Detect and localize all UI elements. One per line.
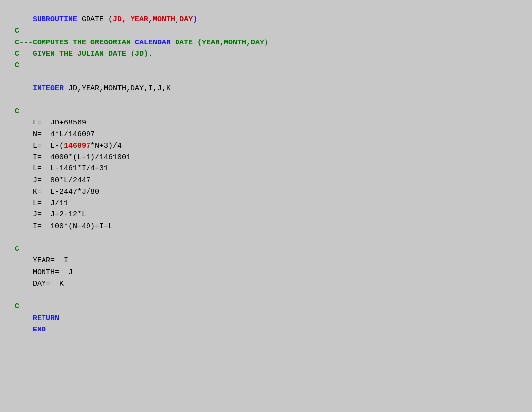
code-line: I= 4000*(L+1)/1461001: [15, 152, 517, 163]
keyword-subroutine: SUBROUTINE: [33, 15, 77, 24]
code-line: YEAR= I: [15, 255, 517, 266]
param-year: YEAR: [131, 15, 148, 24]
code-text: [126, 15, 131, 24]
code-line: C: [15, 244, 517, 255]
code-viewer: SUBROUTINE GDATE (JD, YEAR,MONTH,DAY) C …: [15, 9, 517, 340]
code-line: N= 4*L/146097: [15, 129, 517, 140]
comment-computes: C---COMPUTES THE GREGORIAN: [15, 39, 135, 47]
stmt-j2: J= J+2-12*L: [33, 210, 86, 219]
code-line: SUBROUTINE GDATE (JD, YEAR,MONTH,DAY): [15, 14, 517, 25]
code-line-blank: [15, 289, 517, 301]
code-line: INTEGER JD,YEAR,MONTH,DAY,I,J,K: [15, 83, 517, 94]
stmt-i1: I= 4000*(L+1)/1461001: [33, 153, 131, 162]
stmt-l1: L= JD+68569: [33, 119, 86, 127]
comment-c4: C: [15, 245, 19, 253]
code-line: C: [15, 60, 517, 71]
code-paren: ): [193, 15, 197, 24]
code-line: L= L-(146097*N+3)/4: [15, 140, 517, 152]
keyword-integer: INTEGER: [33, 84, 64, 93]
comment-c: C: [15, 27, 19, 35]
comment-c5: C: [15, 302, 19, 311]
stmt-l2b: *N+3)/4: [90, 142, 122, 150]
code-line: END: [15, 324, 517, 335]
code-line: L= JD+68569: [15, 117, 517, 128]
var-list: JD,YEAR,MONTH,DAY,I,J,K: [64, 84, 171, 93]
stmt-l3: L= L-1461*I/4+31: [33, 165, 108, 173]
code-line: J= J+2-12*L: [15, 209, 517, 220]
code-line: L= J/11: [15, 198, 517, 209]
stmt-month: MONTH= J: [33, 268, 73, 277]
param-month: MONTH: [153, 15, 175, 24]
code-line: C GIVEN THE JULIAN DATE (JD).: [15, 48, 517, 60]
comment-given: C GIVEN THE JULIAN DATE (JD).: [15, 50, 153, 58]
code-line-blank: [15, 71, 517, 82]
code-line: I= 100*(N-49)+I+L: [15, 221, 517, 232]
comment-c2: C: [15, 61, 19, 70]
stmt-day: DAY= K: [33, 280, 64, 288]
code-line: K= L-2447*J/80: [15, 186, 517, 198]
keyword-return: RETURN: [33, 314, 59, 323]
code-text: ,: [175, 15, 179, 24]
param-jd: JD,: [113, 15, 126, 24]
code-line: C: [15, 301, 517, 312]
code-line: C: [15, 25, 517, 37]
keyword-calendar: CALENDAR: [135, 39, 171, 47]
code-line: RETURN: [15, 313, 517, 324]
code-line: L= L-1461*I/4+31: [15, 163, 517, 174]
code-line: J= 80*L/2447: [15, 175, 517, 186]
param-day: DAY: [179, 15, 193, 24]
code-line: DAY= K: [15, 278, 517, 289]
code-text: GDATE (: [77, 15, 113, 24]
code-text: ,: [148, 15, 153, 24]
stmt-i2: I= 100*(N-49)+I+L: [33, 222, 113, 231]
code-line: MONTH= J: [15, 267, 517, 278]
stmt-n: N= 4*L/146097: [33, 130, 95, 139]
stmt-year: YEAR= I: [33, 256, 68, 265]
stmt-k: K= L-2447*J/80: [33, 188, 99, 196]
num-146097: 146097: [64, 142, 90, 150]
keyword-end: END: [33, 326, 46, 334]
stmt-l4: L= J/11: [33, 199, 68, 207]
comment-date: DATE (YEAR,MONTH,DAY): [171, 39, 268, 47]
code-line-blank: [15, 94, 517, 106]
code-line: C---COMPUTES THE GREGORIAN CALENDAR DATE…: [15, 37, 517, 48]
code-line: C: [15, 106, 517, 117]
comment-c3: C: [15, 107, 19, 116]
code-line-blank: [15, 232, 517, 244]
stmt-j1: J= 80*L/2447: [33, 176, 90, 185]
stmt-l2a: L= L-(: [33, 142, 64, 150]
